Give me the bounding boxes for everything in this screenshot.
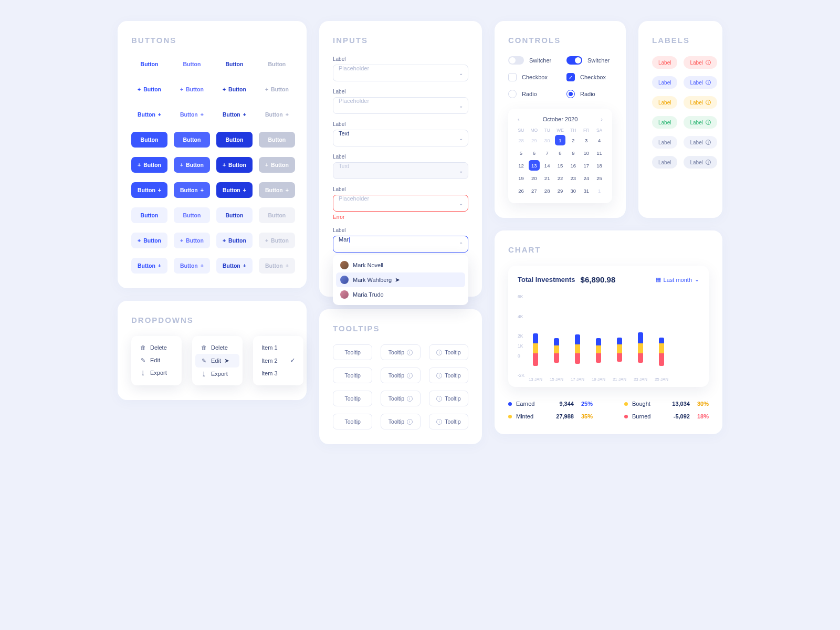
calendar-day[interactable]: 30 <box>568 185 579 196</box>
calendar-day[interactable]: 14 <box>542 160 553 171</box>
button-soft[interactable]: Button <box>131 207 167 223</box>
button-plus-left[interactable]: +Button <box>216 81 253 97</box>
button[interactable]: Button <box>131 56 167 72</box>
calendar-day[interactable]: 31 <box>581 185 592 196</box>
button-solid[interactable]: Button <box>131 132 167 148</box>
calendar-day[interactable]: 19 <box>516 173 527 183</box>
button-solid[interactable]: Button <box>216 132 253 148</box>
tooltip[interactable]: Tooltip <box>333 344 372 360</box>
button-soft-plus-left[interactable]: +Button <box>216 233 253 248</box>
menu-item-export[interactable]: ⭳Export <box>195 368 239 380</box>
switch-off[interactable]: Switcher <box>508 56 554 65</box>
button-solid-plus-left[interactable]: +Button <box>174 157 210 173</box>
calendar-day[interactable]: 27 <box>529 185 540 196</box>
calendar-day[interactable]: 13 <box>529 160 540 171</box>
calendar-day[interactable]: 11 <box>594 148 605 158</box>
button-soft-plus-right[interactable]: Button+ <box>259 258 295 274</box>
autocomplete-item-selected[interactable]: Mark Wahlberg➤ <box>336 272 465 287</box>
button-soft[interactable]: Button <box>174 207 210 223</box>
menu-item[interactable]: Item 1 <box>256 341 300 354</box>
button[interactable]: Button <box>174 56 210 72</box>
checkbox-off[interactable]: Checkbox <box>508 73 554 81</box>
menu-item[interactable]: Item 3 <box>256 367 300 380</box>
tooltip-info-right[interactable]: Tooltipi <box>381 414 420 429</box>
button[interactable]: Button <box>259 56 295 72</box>
calendar-day[interactable]: 26 <box>516 185 527 196</box>
tooltip-info-right[interactable]: Tooltipi <box>381 344 420 360</box>
calendar-day[interactable]: 28 <box>542 185 553 196</box>
switch-on[interactable]: Switcher <box>566 56 612 65</box>
calendar-day[interactable]: 16 <box>568 160 579 171</box>
select-input[interactable]: Placeholder <box>333 65 468 81</box>
calendar-day[interactable]: 23 <box>568 173 579 183</box>
button-soft-plus-left[interactable]: +Button <box>259 233 295 248</box>
button-solid-plus-right[interactable]: Button+ <box>216 182 253 198</box>
calendar-day[interactable]: 22 <box>555 173 566 183</box>
button-plus-left[interactable]: +Button <box>131 81 167 97</box>
calendar-day-other[interactable]: 29 <box>529 135 540 145</box>
calendar-day[interactable]: 24 <box>581 173 592 183</box>
calendar-day[interactable]: 2 <box>568 135 579 145</box>
tooltip-info-left[interactable]: iTooltip <box>429 391 468 406</box>
button-soft-plus-left[interactable]: +Button <box>174 233 210 248</box>
button-solid[interactable]: Button <box>259 132 295 148</box>
checkbox-on[interactable]: ✓Checkbox <box>566 73 612 81</box>
calendar-day[interactable]: 29 <box>555 185 566 196</box>
chart-period-select[interactable]: ▦ Last month ⌄ <box>656 276 699 283</box>
select-input[interactable]: Placeholder <box>333 97 468 114</box>
button-plus-right[interactable]: Button+ <box>131 107 167 122</box>
button-soft-plus-left[interactable]: +Button <box>131 233 167 248</box>
calendar-day[interactable]: 4 <box>594 135 605 145</box>
autocomplete-item[interactable]: Mark Novell <box>336 258 465 272</box>
button-solid-plus-right[interactable]: Button+ <box>259 182 295 198</box>
select-input-error[interactable]: Placeholder <box>333 195 468 212</box>
calendar-day[interactable]: 7 <box>542 148 553 158</box>
select-input-filled[interactable]: Text <box>333 130 468 146</box>
tooltip-info-left[interactable]: iTooltip <box>429 414 468 429</box>
button-solid-plus-left[interactable]: +Button <box>131 157 167 173</box>
tooltip[interactable]: Tooltip <box>333 368 372 383</box>
tooltip[interactable]: Tooltip <box>333 391 372 406</box>
calendar-day-other[interactable]: 28 <box>516 135 527 145</box>
button-plus-left[interactable]: +Button <box>259 81 295 97</box>
calendar-day[interactable]: 9 <box>568 148 579 158</box>
calendar-day[interactable]: 17 <box>581 160 592 171</box>
menu-item-edit[interactable]: ✎Edit <box>134 354 178 366</box>
calendar-day[interactable]: 8 <box>555 148 566 158</box>
radio-off[interactable]: Radio <box>508 90 554 98</box>
button-plus-right[interactable]: Button+ <box>259 107 295 122</box>
autocomplete-input[interactable]: Mar| <box>333 236 468 253</box>
button-solid-plus-right[interactable]: Button+ <box>131 182 167 198</box>
calendar-day[interactable]: 20 <box>529 173 540 183</box>
button-plus-right[interactable]: Button+ <box>216 107 253 122</box>
button-solid[interactable]: Button <box>174 132 210 148</box>
tooltip-info-right[interactable]: Tooltipi <box>381 368 420 383</box>
menu-item-export[interactable]: ⭳Export <box>134 366 178 379</box>
menu-item-delete[interactable]: 🗑Delete <box>134 341 178 354</box>
button-plus-right[interactable]: Button+ <box>174 107 210 122</box>
button[interactable]: Button <box>216 56 253 72</box>
calendar-day[interactable]: 6 <box>529 148 540 158</box>
calendar-day[interactable]: 5 <box>516 148 527 158</box>
calendar-day[interactable]: 18 <box>594 160 605 171</box>
calendar-day[interactable]: 25 <box>594 173 605 183</box>
tooltip-info-left[interactable]: iTooltip <box>429 344 468 360</box>
menu-item-delete[interactable]: 🗑Delete <box>195 341 239 354</box>
autocomplete-item[interactable]: Maria Trudo <box>336 287 465 302</box>
calendar-day[interactable]: 21 <box>542 173 553 183</box>
button-soft[interactable]: Button <box>216 207 253 223</box>
radio-on[interactable]: Radio <box>566 90 612 98</box>
button-solid-plus-right[interactable]: Button+ <box>174 182 210 198</box>
button-soft-plus-right[interactable]: Button+ <box>131 258 167 274</box>
tooltip-info-left[interactable]: iTooltip <box>429 368 468 383</box>
menu-item-selected[interactable]: Item 2✓ <box>256 354 300 367</box>
button-soft[interactable]: Button <box>259 207 295 223</box>
button-plus-left[interactable]: +Button <box>174 81 210 97</box>
tooltip[interactable]: Tooltip <box>333 414 372 429</box>
calendar-day[interactable]: 12 <box>516 160 527 171</box>
tooltip-info-right[interactable]: Tooltipi <box>381 391 420 406</box>
calendar-day[interactable]: 3 <box>581 135 592 145</box>
menu-item-edit[interactable]: ✎Edit➤ <box>195 354 239 368</box>
button-solid-plus-left[interactable]: +Button <box>259 157 295 173</box>
calendar-next[interactable]: › <box>598 116 605 122</box>
